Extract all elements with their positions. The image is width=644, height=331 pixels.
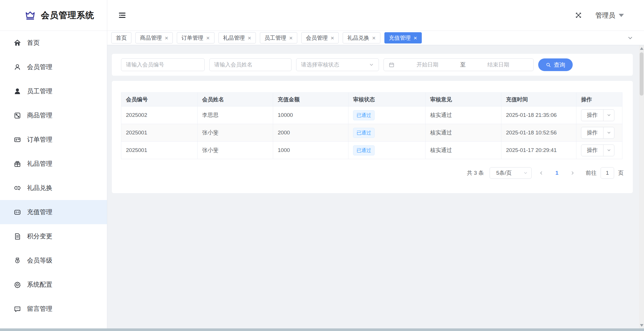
topbar: 管理员 bbox=[107, 0, 644, 31]
tab-home[interactable]: 首页 bbox=[111, 32, 131, 43]
member-id-input[interactable] bbox=[126, 62, 200, 68]
app-logo: 会员管理系统 bbox=[0, 0, 107, 31]
sidebar-item-label: 会员管理 bbox=[27, 63, 52, 71]
sidebar-item-settings[interactable]: 系统配置 bbox=[0, 273, 107, 297]
crown-icon bbox=[24, 9, 36, 21]
sidebar-item-gift-exchange[interactable]: 礼品兑换 bbox=[0, 176, 107, 200]
chevron-down-icon[interactable] bbox=[603, 110, 614, 121]
chevron-down-icon[interactable] bbox=[603, 145, 614, 156]
member-name-field[interactable] bbox=[209, 58, 292, 71]
chevron-right-icon bbox=[570, 170, 575, 176]
tab-goods[interactable]: 商品管理× bbox=[135, 32, 173, 43]
tab-label: 商品管理 bbox=[140, 34, 162, 42]
col-amount: 充值金额 bbox=[273, 93, 348, 106]
sidebar-item-level[interactable]: 会员等级 bbox=[0, 248, 107, 273]
horizontal-scrollbar[interactable] bbox=[0, 328, 644, 331]
tab-label: 礼品管理 bbox=[223, 34, 245, 42]
status-select[interactable]: 请选择审核状态 bbox=[296, 58, 379, 71]
collapse-sidebar-icon[interactable] bbox=[118, 11, 126, 20]
prev-page-button[interactable] bbox=[536, 167, 547, 179]
row-action-button[interactable]: 操作 bbox=[581, 144, 614, 156]
vertical-scrollbar-thumb[interactable] bbox=[640, 52, 643, 96]
user-name: 管理员 bbox=[595, 11, 615, 20]
cell-member-id: 2025001 bbox=[121, 124, 198, 142]
status-badge: 已通过 bbox=[353, 128, 375, 138]
tab-label: 首页 bbox=[116, 34, 127, 42]
main-area: 管理员 首页 商品管理× 订单管理× 礼品管理× 员工管理× 会员管理× 礼品兑… bbox=[107, 0, 644, 331]
search-button[interactable]: 查询 bbox=[538, 58, 573, 71]
page-number-1[interactable]: 1 bbox=[551, 170, 563, 176]
goto-page-input[interactable] bbox=[601, 167, 614, 179]
recharge-table: 会员编号 会员姓名 充值金额 审核状态 审核意见 充值时间 操作 2025002 bbox=[121, 92, 622, 159]
tab-recharge[interactable]: 充值管理× bbox=[384, 32, 422, 43]
close-icon[interactable]: × bbox=[414, 35, 417, 41]
page-size-select[interactable]: 5条/页 bbox=[490, 167, 532, 179]
status-badge: 已通过 bbox=[353, 145, 375, 155]
fullscreen-icon[interactable] bbox=[575, 12, 582, 19]
app-root: 会员管理系统 首页 会员管理 员工管理 商品管理 订单管理 bbox=[0, 0, 644, 331]
close-icon[interactable]: × bbox=[289, 35, 293, 41]
next-page-button[interactable] bbox=[567, 167, 578, 179]
tab-label: 会员管理 bbox=[306, 34, 328, 42]
col-actions: 操作 bbox=[576, 93, 622, 106]
settings-icon bbox=[14, 281, 21, 289]
date-range-picker[interactable]: 开始日期 至 结束日期 bbox=[384, 58, 534, 71]
cell-member-id: 2025001 bbox=[121, 142, 198, 159]
scroll-up-arrow-icon[interactable] bbox=[640, 47, 643, 50]
close-icon[interactable]: × bbox=[372, 35, 375, 41]
member-id-field[interactable] bbox=[121, 58, 205, 71]
staff-icon bbox=[14, 87, 21, 95]
cell-time: 2025-01-18 10:52:56 bbox=[501, 124, 576, 142]
close-icon[interactable]: × bbox=[248, 35, 251, 41]
tab-gift-exchange[interactable]: 礼品兑换× bbox=[343, 32, 380, 43]
scroll-down-arrow-icon[interactable] bbox=[640, 324, 643, 327]
sidebar-item-label: 订单管理 bbox=[27, 135, 52, 144]
col-member-name: 会员姓名 bbox=[198, 93, 273, 106]
tab-orders[interactable]: 订单管理× bbox=[177, 32, 214, 43]
recharge-icon bbox=[14, 208, 21, 216]
sidebar-item-recharge[interactable]: 充值管理 bbox=[0, 200, 107, 224]
sidebar-item-members[interactable]: 会员管理 bbox=[0, 55, 107, 79]
member-name-input[interactable] bbox=[214, 62, 287, 68]
cell-amount: 10000 bbox=[273, 106, 348, 124]
start-date-placeholder: 开始日期 bbox=[397, 61, 458, 69]
sidebar-item-gifts[interactable]: 礼品管理 bbox=[0, 152, 107, 176]
cell-time: 2025-01-17 20:29:41 bbox=[501, 142, 576, 159]
chevron-down-icon[interactable] bbox=[603, 127, 614, 138]
sidebar-item-label: 系统配置 bbox=[27, 280, 52, 289]
filter-bar: 请选择审核状态 开始日期 至 结束日期 查询 bbox=[112, 54, 633, 76]
cell-member-name: 张小斐 bbox=[198, 124, 273, 142]
sidebar-item-points[interactable]: 积分变更 bbox=[0, 224, 107, 248]
tab-label: 员工管理 bbox=[264, 34, 286, 42]
tab-gifts[interactable]: 礼品管理× bbox=[218, 32, 256, 43]
goto-label: 前往 bbox=[586, 169, 597, 177]
pagination: 共 3 条 5条/页 1 前往 页 bbox=[121, 167, 624, 179]
row-action-button[interactable]: 操作 bbox=[581, 109, 614, 121]
close-icon[interactable]: × bbox=[331, 35, 334, 41]
chevron-down-icon bbox=[523, 171, 528, 175]
tab-staff[interactable]: 员工管理× bbox=[260, 32, 297, 43]
cell-amount: 2000 bbox=[273, 124, 348, 142]
cell-member-id: 2025002 bbox=[121, 106, 198, 124]
tab-label: 充值管理 bbox=[389, 34, 411, 42]
row-action-button[interactable]: 操作 bbox=[581, 127, 614, 139]
close-icon[interactable]: × bbox=[206, 35, 210, 41]
close-icon[interactable]: × bbox=[165, 35, 168, 41]
content-area: 请选择审核状态 开始日期 至 结束日期 查询 bbox=[107, 45, 644, 331]
sidebar-item-staff[interactable]: 员工管理 bbox=[0, 79, 107, 103]
sidebar-item-home[interactable]: 首页 bbox=[0, 31, 107, 55]
sidebar-item-label: 礼品管理 bbox=[27, 159, 52, 168]
row-action-label: 操作 bbox=[581, 127, 603, 138]
user-menu[interactable]: 管理员 bbox=[595, 11, 624, 20]
sidebar-item-label: 积分变更 bbox=[27, 232, 52, 241]
vertical-scrollbar[interactable] bbox=[639, 45, 644, 328]
tab-overflow-button[interactable] bbox=[624, 32, 637, 44]
sidebar-item-orders[interactable]: 订单管理 bbox=[0, 128, 107, 152]
sidebar-item-goods[interactable]: 商品管理 bbox=[0, 103, 107, 128]
app-title: 会员管理系统 bbox=[41, 9, 94, 21]
cell-opinion: 核实通过 bbox=[425, 106, 501, 124]
sidebar-item-messages[interactable]: 留言管理 bbox=[0, 297, 107, 321]
tab-members[interactable]: 会员管理× bbox=[301, 32, 339, 43]
sidebar-item-label: 商品管理 bbox=[27, 111, 52, 120]
row-action-label: 操作 bbox=[581, 145, 603, 156]
